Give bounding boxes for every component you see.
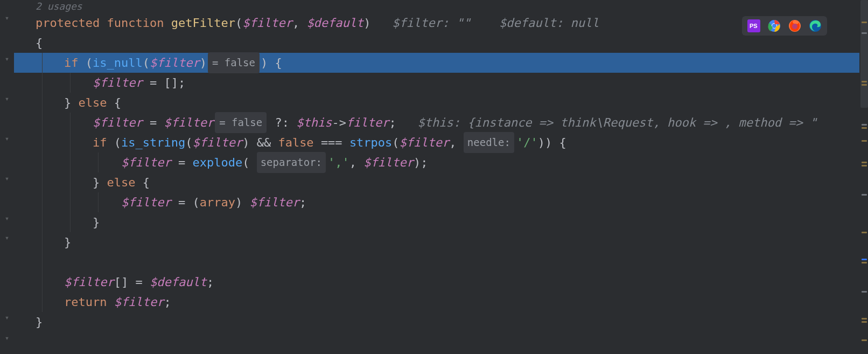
prop-filter: filter: [346, 113, 389, 133]
warning-marker[interactable]: [862, 162, 867, 163]
brace-open: {: [36, 33, 43, 53]
code-editor[interactable]: 2 usages protected function getFilter ( …: [0, 0, 868, 354]
code-line[interactable]: return $filter ;: [14, 292, 859, 312]
info-marker[interactable]: [862, 32, 867, 34]
warning-marker[interactable]: [862, 84, 867, 86]
fold-toggle-icon[interactable]: [4, 136, 10, 141]
info-marker[interactable]: [862, 194, 867, 196]
svg-point-6: [792, 24, 797, 29]
inline-value-hint: = false: [208, 52, 260, 73]
debug-current-line[interactable]: if ( is_null ( $filter ) = false ) {: [14, 53, 859, 73]
fn-strpos: strpos: [349, 133, 392, 152]
warning-marker[interactable]: [862, 127, 867, 129]
inline-hint-this: $this: {instance => think\Request, hook …: [417, 113, 817, 133]
var-filter: $filter: [93, 113, 143, 133]
fold-toggle-icon[interactable]: [4, 335, 10, 341]
fn-isstring: is_string: [121, 133, 185, 152]
param-hint-needle: needle:: [464, 132, 514, 153]
code-line[interactable]: $filter = explode ( separator: ',' , $fi…: [14, 152, 859, 172]
keyword-return: return: [64, 292, 107, 312]
exec-marker[interactable]: [862, 259, 867, 260]
edge-icon[interactable]: [809, 19, 822, 32]
warning-marker[interactable]: [862, 140, 867, 142]
var-filter: $filter: [164, 113, 214, 133]
code-line[interactable]: $filter = ( array ) $filter ;: [14, 192, 859, 212]
code-line[interactable]: [14, 252, 859, 272]
var-filter: $filter: [150, 53, 200, 73]
fold-toggle-icon[interactable]: [4, 235, 10, 240]
keyword-if: if: [93, 133, 107, 152]
param-default: $default: [306, 13, 363, 33]
inline-hint-default: $default: null: [499, 13, 599, 33]
phpstorm-icon[interactable]: PS: [747, 19, 760, 32]
var-filter: $filter: [121, 152, 171, 172]
info-marker[interactable]: [862, 124, 867, 126]
var-this: $this: [296, 113, 332, 133]
var-filter: $filter: [64, 272, 114, 292]
fold-toggle-icon[interactable]: [4, 176, 10, 181]
ternary-op: ?:: [275, 113, 289, 133]
code-area[interactable]: 2 usages protected function getFilter ( …: [11, 0, 859, 354]
code-line[interactable]: }: [14, 232, 859, 252]
var-filter: $filter: [114, 292, 164, 312]
fn-explode: explode: [192, 152, 242, 172]
var-filter: $filter: [400, 133, 450, 152]
param-hint-separator: separator:: [257, 152, 326, 173]
keyword-function: function: [107, 13, 164, 33]
warning-marker[interactable]: [862, 22, 867, 23]
empty-array: []: [164, 73, 178, 93]
var-default: $default: [150, 272, 207, 292]
code-line[interactable]: if ( is_string ( $filter ) && false === …: [14, 133, 859, 152]
svg-text:PS: PS: [750, 23, 758, 29]
info-marker[interactable]: [862, 291, 867, 293]
warning-marker[interactable]: [862, 262, 867, 263]
op-identical: ===: [321, 133, 342, 152]
code-line[interactable]: }: [14, 312, 859, 332]
keyword-cast-array: array: [200, 192, 235, 212]
function-name: getFilter: [171, 13, 235, 33]
code-line[interactable]: $filter [] = $default ;: [14, 272, 859, 292]
usages-hint[interactable]: 2 usages: [14, 0, 859, 13]
keyword-false: false: [278, 133, 313, 152]
fold-gutter[interactable]: [0, 0, 11, 354]
code-line[interactable]: } else {: [14, 172, 859, 192]
string-slash: '/': [516, 133, 538, 152]
fold-toggle-icon[interactable]: [4, 96, 10, 101]
keyword-if: if: [64, 53, 79, 73]
warning-marker[interactable]: [862, 232, 867, 233]
keyword-protected: protected: [36, 13, 100, 33]
keyword-else: else: [107, 172, 135, 192]
var-filter: $filter: [121, 192, 171, 212]
code-line[interactable]: } else {: [14, 93, 859, 113]
var-filter: $filter: [249, 192, 299, 212]
code-line[interactable]: $filter = $filter = false ?: $this -> fi…: [14, 113, 859, 133]
fold-toggle-icon[interactable]: [4, 56, 10, 61]
brace-close: }: [36, 312, 43, 332]
fn-isnull: is_null: [93, 53, 143, 73]
warning-marker[interactable]: [862, 318, 867, 320]
inline-hint-filter: $filter: "": [392, 13, 471, 33]
code-line[interactable]: protected function getFilter ( $filter ,…: [14, 13, 859, 33]
string-comma: ',': [328, 152, 349, 172]
fold-toggle-icon[interactable]: [4, 315, 10, 320]
var-filter: $filter: [192, 133, 242, 152]
marker-stripe[interactable]: [859, 0, 868, 354]
brace-close: }: [93, 212, 100, 232]
var-filter: $filter: [363, 152, 414, 172]
inline-value-hint: = false: [215, 112, 267, 133]
warning-marker[interactable]: [862, 339, 867, 341]
code-line[interactable]: $filter = [] ;: [14, 73, 859, 93]
code-line[interactable]: {: [14, 33, 859, 53]
warning-marker[interactable]: [862, 165, 867, 166]
code-line[interactable]: }: [14, 212, 859, 232]
warning-marker[interactable]: [862, 321, 867, 323]
scrollbar-thumb[interactable]: [860, 0, 868, 108]
fold-toggle-icon[interactable]: [4, 15, 10, 20]
browser-preview-toolbar[interactable]: PS: [742, 16, 827, 36]
chrome-icon[interactable]: [768, 19, 781, 32]
warning-marker[interactable]: [862, 81, 867, 82]
fold-toggle-icon[interactable]: [4, 216, 10, 221]
param-filter: $filter: [242, 13, 292, 33]
firefox-icon[interactable]: [788, 19, 801, 32]
keyword-else: else: [78, 93, 107, 113]
